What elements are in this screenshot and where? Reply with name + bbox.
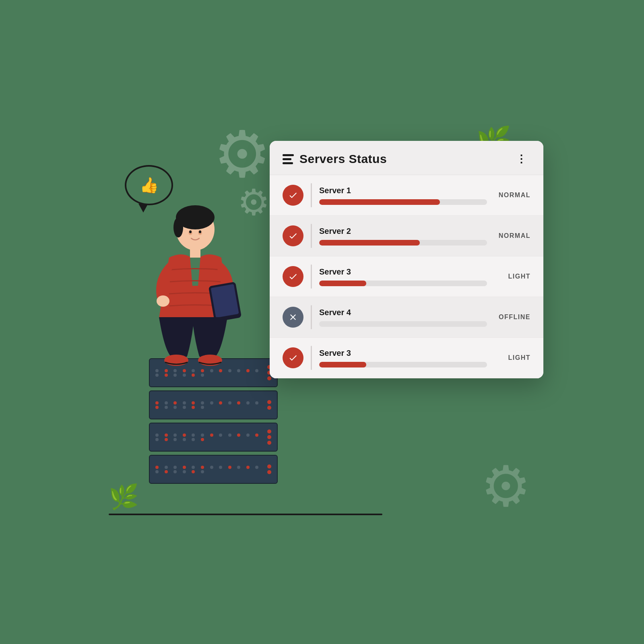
server-light (267, 435, 271, 439)
dot (173, 406, 177, 409)
dot (237, 401, 240, 405)
server-status-card: Servers Status ⋮ Server 1NORMALServer 2N… (270, 141, 543, 378)
progress-bar-container (319, 321, 487, 327)
server-info: Server 1 (319, 186, 487, 205)
dot (173, 466, 177, 469)
server-info: Server 3 (319, 349, 487, 367)
server-name: Server 4 (319, 308, 487, 317)
dot (165, 470, 168, 473)
person-illustration (133, 205, 254, 366)
dot (219, 369, 222, 372)
dot (165, 401, 168, 405)
dot (183, 401, 186, 405)
row-divider (311, 305, 312, 329)
dot (192, 406, 195, 409)
dot (192, 466, 195, 469)
dot (183, 433, 186, 437)
dot (237, 433, 240, 437)
server-dots (155, 466, 263, 473)
more-button[interactable]: ⋮ (513, 152, 530, 166)
dot (201, 466, 204, 469)
dot (201, 438, 204, 441)
dot (155, 470, 159, 473)
dot (173, 470, 177, 473)
progress-bar-fill (319, 281, 366, 286)
server-light (267, 406, 271, 410)
dot (228, 369, 231, 372)
progress-bar-fill (319, 362, 366, 367)
dot (173, 438, 177, 441)
dot (173, 401, 177, 405)
ground-line (109, 514, 382, 515)
dot (237, 369, 240, 372)
dot (201, 470, 204, 473)
check-icon (283, 185, 303, 206)
dot (255, 401, 258, 405)
bubble-circle: 👍 (125, 165, 173, 205)
server-name: Server 2 (319, 227, 487, 236)
server-info: Server 3 (319, 267, 487, 286)
list-icon (283, 154, 294, 164)
server-row: Server 3LIGHT (270, 338, 543, 378)
row-divider (311, 183, 312, 207)
scene: ⚙ ⚙ ⚙ 🌿 👍 🌿 (101, 101, 543, 543)
server-info: Server 2 (319, 227, 487, 246)
card-title: Servers Status (299, 152, 387, 166)
dot (173, 374, 177, 377)
svg-point-8 (157, 295, 169, 307)
dot (228, 466, 231, 469)
thumb-up-icon: 👍 (140, 176, 159, 194)
server-light (267, 470, 271, 474)
server-dots (155, 369, 263, 377)
server-dots (155, 433, 263, 441)
server-name: Server 3 (319, 267, 487, 277)
dot (192, 401, 195, 405)
dot (255, 433, 258, 437)
progress-bar-container (319, 362, 487, 367)
dot (201, 433, 204, 437)
speech-bubble: 👍 (125, 165, 177, 209)
server-lights (267, 400, 271, 410)
dot (201, 406, 204, 409)
server-light (267, 464, 271, 469)
dot (246, 369, 250, 372)
dot (246, 433, 250, 437)
dot (183, 470, 186, 473)
dot (155, 374, 159, 377)
dot (255, 369, 258, 372)
dot (210, 466, 213, 469)
person-svg (133, 205, 254, 366)
server-row: Server 4OFFLINE (270, 297, 543, 338)
progress-bar-container (319, 240, 487, 246)
dot (183, 438, 186, 441)
dot (183, 369, 186, 372)
server-row: Server 3LIGHT (270, 256, 543, 297)
check-icon (283, 347, 303, 368)
dot (210, 401, 213, 405)
card-title-group: Servers Status (283, 152, 387, 166)
dot (165, 466, 168, 469)
dot (155, 438, 159, 441)
dot (155, 433, 159, 437)
dot (201, 369, 204, 372)
progress-bar-fill (319, 240, 420, 246)
leaf-icon: 🌿 (109, 483, 139, 511)
dot (165, 438, 168, 441)
server-status-label: OFFLINE (494, 314, 530, 321)
server-unit-2 (149, 390, 278, 419)
svg-rect-7 (190, 248, 200, 258)
server-rows-container: Server 1NORMALServer 2NORMALServer 3LIGH… (270, 175, 543, 378)
dot (201, 374, 204, 377)
dot (255, 466, 258, 469)
dot (155, 401, 159, 405)
server-status-label: LIGHT (494, 354, 530, 361)
dot (219, 401, 222, 405)
gear-icon-bottom-right: ⚙ (481, 454, 531, 519)
dot (219, 466, 222, 469)
dot (210, 433, 213, 437)
dot (183, 406, 186, 409)
server-lights (267, 429, 271, 445)
dot (201, 401, 204, 405)
check-icon (283, 225, 303, 246)
dot (155, 466, 159, 469)
